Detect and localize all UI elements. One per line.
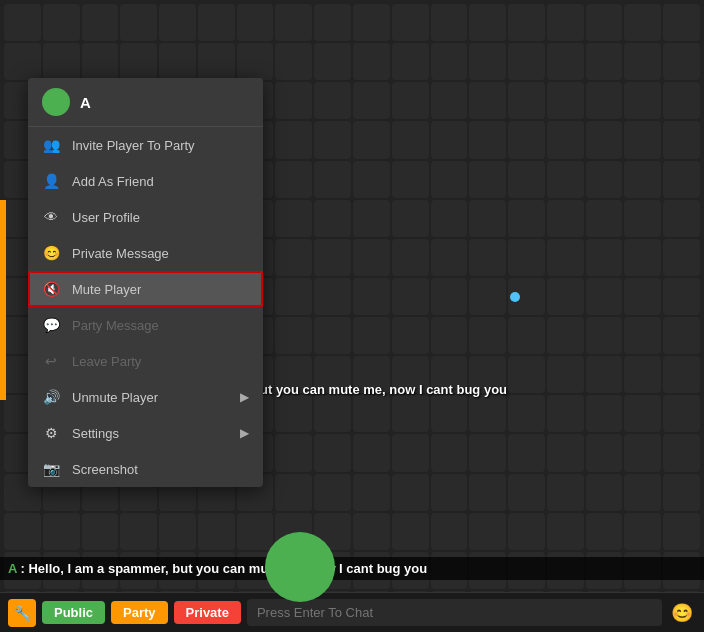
grid-cell [392,513,429,550]
grid-cell [392,474,429,511]
grid-cell [353,82,390,119]
grid-cell [314,200,351,237]
grid-cell [586,317,623,354]
grid-cell [586,239,623,276]
grid-cell [586,161,623,198]
grid-cell [469,434,506,471]
grid-cell [586,4,623,41]
menu-item-screenshot[interactable]: 📷Screenshot [28,451,263,487]
grid-cell [275,121,312,158]
grid-cell [198,513,235,550]
menu-item-private-message[interactable]: 😊Private Message [28,235,263,271]
tab-party[interactable]: Party [111,601,168,624]
grid-cell [275,161,312,198]
grid-cell [586,82,623,119]
grid-cell [586,395,623,432]
menu-item-settings[interactable]: ⚙Settings▶ [28,415,263,451]
grid-cell [508,200,545,237]
menu-items-list: 👥Invite Player To Party👤Add As Friend👁Us… [28,127,263,487]
grid-cell [198,43,235,80]
grid-cell [275,434,312,471]
grid-cell [314,239,351,276]
chat-input[interactable] [247,599,662,626]
grid-cell [392,317,429,354]
grid-cell [43,513,80,550]
user-profile-icon: 👁 [42,209,60,225]
grid-cell [624,4,661,41]
grid-cell [431,161,468,198]
grid-cell [663,239,700,276]
grid-cell [663,82,700,119]
grid-cell [353,395,390,432]
emoji-button[interactable]: 😊 [668,599,696,627]
grid-cell [508,239,545,276]
grid-cell [624,317,661,354]
screenshot-label: Screenshot [72,462,249,477]
grid-cell [120,43,157,80]
grid-cell [663,4,700,41]
grid-cell [314,43,351,80]
grid-cell [159,513,196,550]
wrench-button[interactable]: 🔧 [8,599,36,627]
grid-cell [431,278,468,315]
grid-cell [624,200,661,237]
grid-cell [547,317,584,354]
player-snake [265,532,335,602]
grid-cell [508,513,545,550]
private-message-label: Private Message [72,246,249,261]
grid-cell [314,4,351,41]
grid-cell [237,4,274,41]
grid-cell [469,82,506,119]
grid-cell [275,4,312,41]
grid-cell [431,474,468,511]
grid-cell [469,474,506,511]
grid-cell [392,161,429,198]
menu-item-mute-player[interactable]: 🔇Mute Player [28,271,263,307]
menu-item-add-friend[interactable]: 👤Add As Friend [28,163,263,199]
grid-cell [431,395,468,432]
grid-cell [469,43,506,80]
grid-cell [353,121,390,158]
grid-cell [4,43,41,80]
grid-cell [508,434,545,471]
grid-cell [275,200,312,237]
tab-public[interactable]: Public [42,601,105,624]
grid-cell [508,317,545,354]
chat-message-text: : Hello, I am a spammer, but you can mut… [21,561,428,576]
grid-cell [469,200,506,237]
grid-cell [508,356,545,393]
grid-cell [314,317,351,354]
grid-cell [353,278,390,315]
grid-cell [314,121,351,158]
grid-cell [469,161,506,198]
grid-cell [469,513,506,550]
grid-cell [120,4,157,41]
menu-item-party-message: 💬Party Message [28,307,263,343]
grid-cell [663,161,700,198]
grid-cell [431,121,468,158]
grid-cell [275,278,312,315]
menu-item-user-profile[interactable]: 👁User Profile [28,199,263,235]
screenshot-icon: 📷 [42,461,60,477]
grid-cell [547,356,584,393]
grid-cell [586,200,623,237]
menu-item-unmute-player[interactable]: 🔊Unmute Player▶ [28,379,263,415]
grid-cell [508,82,545,119]
grid-cell [624,161,661,198]
menu-item-invite[interactable]: 👥Invite Player To Party [28,127,263,163]
grid-cell [275,82,312,119]
blue-dot [510,292,520,302]
grid-cell [508,4,545,41]
grid-cell [624,82,661,119]
grid-cell [353,4,390,41]
chat-message-bar: A : Hello, I am a spammer, but you can m… [0,557,704,580]
unmute-player-icon: 🔊 [42,389,60,405]
grid-cell [431,434,468,471]
grid-cell [392,395,429,432]
grid-cell [353,161,390,198]
grid-cell [469,121,506,158]
grid-cell [237,43,274,80]
grid-cell [508,121,545,158]
tab-private[interactable]: Private [174,601,241,624]
grid-cell [392,278,429,315]
